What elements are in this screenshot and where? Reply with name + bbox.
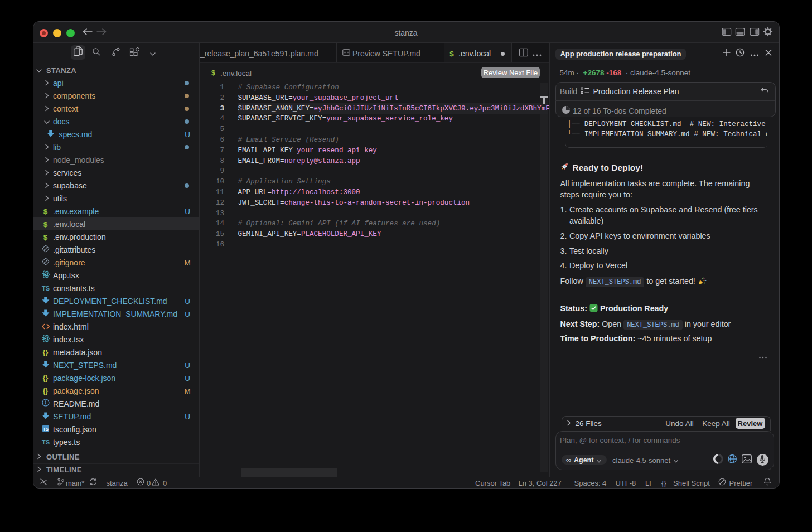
svg-text:TS: TS bbox=[43, 426, 49, 431]
